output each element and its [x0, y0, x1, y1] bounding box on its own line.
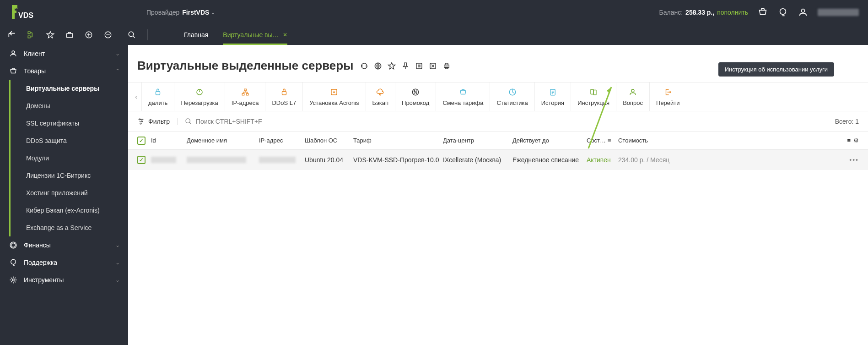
table-row[interactable]: ✓ Ubuntu 20.04 VDS-KVM-SSD-Прогрев-10.0 … [128, 150, 868, 170]
action-delete[interactable]: далить [142, 82, 174, 111]
sidebar-tools-label: Инструменты [24, 276, 115, 284]
action-reboot[interactable]: Перезагрузка [174, 82, 225, 111]
chevron-down-icon: ⌄ [115, 242, 120, 248]
th-cost[interactable]: Стоимость [618, 137, 836, 144]
th-id[interactable]: Id [151, 137, 187, 144]
th-check[interactable]: ✓ [137, 137, 151, 145]
svg-rect-26 [282, 91, 286, 95]
back-icon[interactable] [5, 27, 19, 42]
action-goto[interactable]: Перейти [650, 82, 686, 111]
action-ip[interactable]: IP-адреса [225, 82, 266, 111]
question-icon [629, 88, 637, 97]
action-backup[interactable]: Бэкап [366, 82, 395, 111]
action-acronis[interactable]: Установка Acronis [303, 82, 366, 111]
filter-label: Фильтр [148, 118, 170, 125]
sidebar-item-client[interactable]: Клиент ⌄ [0, 45, 128, 62]
action-ddos[interactable]: DDoS L7 [265, 82, 303, 111]
sidebar-item-finance[interactable]: Финансы ⌄ [0, 236, 128, 254]
th-os[interactable]: Шаблон ОС [305, 137, 353, 144]
row-check-icon[interactable]: ✓ [137, 156, 146, 164]
tab-close-icon[interactable]: ✕ [283, 32, 287, 38]
th-dc[interactable]: Дата-центр [443, 137, 512, 144]
globe-icon[interactable] [373, 61, 383, 71]
row-menu-icon[interactable]: ••• [849, 156, 859, 164]
action-ip-label: IP-адреса [232, 99, 259, 106]
sidebar-sub-domains[interactable]: Домены [20, 97, 128, 115]
action-stats[interactable]: Статистика [490, 82, 534, 111]
chevron-down-icon[interactable]: ⌄ [211, 10, 215, 16]
action-question[interactable]: Вопрос [616, 82, 650, 111]
star-icon[interactable] [43, 27, 58, 42]
sidebar-sub-exchange[interactable]: Exchange as a Service [20, 219, 128, 236]
filter-button[interactable]: Фильтр [137, 118, 178, 125]
history-icon [549, 88, 557, 97]
action-bar: ‹ далить Перезагрузка IP-адреса DDoS L7 … [128, 82, 868, 111]
tab-main[interactable]: Главная [177, 25, 216, 45]
th-tariff[interactable]: Тариф [353, 137, 443, 144]
sidebar-sub-ddos[interactable]: DDoS защита [20, 132, 128, 149]
cloud-icon [376, 88, 385, 97]
minus-icon[interactable] [101, 27, 115, 42]
star-outline-icon[interactable] [387, 61, 396, 71]
arrow-annotation [587, 82, 615, 150]
page-title: Виртуальные выделенные серверы [137, 59, 353, 73]
sidebar-goods-submenu: Виртуальные серверы Домены SSL сертифика… [9, 80, 128, 236]
total-label: Всего: 1 [835, 118, 859, 125]
sidebar-item-goods[interactable]: Товары ⌃ [0, 62, 128, 80]
scroll-left-icon[interactable]: ‹ [131, 82, 142, 111]
svg-point-40 [141, 120, 143, 122]
action-backup-label: Бэкап [372, 99, 388, 106]
user-icon[interactable] [798, 7, 809, 18]
svg-rect-24 [242, 93, 244, 95]
sidebar-sub-backup[interactable]: Кибер Бэкап (ex-Acronis) [20, 202, 128, 219]
sidebar-item-support[interactable]: Поддержка ⌄ [0, 254, 128, 271]
pin-icon[interactable] [401, 61, 410, 71]
th-expires[interactable]: Действует до [512, 137, 587, 144]
settings-icon[interactable]: ⚙ [853, 137, 859, 144]
action-history[interactable]: История [535, 82, 571, 111]
th-ip[interactable]: IP-адрес [259, 137, 305, 144]
svg-rect-4 [28, 32, 30, 34]
logo[interactable]: stVDS [9, 4, 37, 21]
svg-point-36 [631, 89, 634, 92]
row-tariff: VDS-KVM-SSD-Прогрев-10.0 [353, 156, 443, 164]
action-promo-label: Промокод [402, 99, 429, 106]
action-question-label: Вопрос [623, 99, 643, 106]
action-promo[interactable]: Промокод [395, 82, 436, 111]
search-icon[interactable] [124, 27, 139, 42]
export-icon[interactable] [428, 61, 437, 71]
basket-change-icon [459, 88, 467, 97]
sidebar-item-tools[interactable]: Инструменты ⌄ [0, 271, 128, 289]
sidebar-sub-modules[interactable]: Модули [20, 149, 128, 167]
menu-icon[interactable]: ≡ [847, 137, 851, 144]
balance-topup-link[interactable]: пополнить [717, 9, 748, 16]
chevron-down-icon: ⌄ [115, 259, 120, 266]
tooltip: Инструкция об использовании услуги [718, 62, 834, 77]
search-input[interactable] [196, 118, 835, 125]
row-id-blur [151, 157, 176, 163]
briefcase-icon[interactable] [62, 27, 77, 42]
sidebar-sub-vds[interactable]: Виртуальные серверы [20, 80, 128, 97]
refresh-icon[interactable] [360, 61, 369, 71]
th-domain[interactable]: Доменное имя [187, 137, 259, 144]
person-icon [8, 49, 18, 59]
tab-vds[interactable]: Виртуальные вы… ✕ [216, 25, 294, 45]
tree-icon[interactable] [24, 27, 38, 42]
cart-icon[interactable] [757, 7, 768, 18]
plus-icon[interactable] [81, 27, 96, 42]
print-icon[interactable] [442, 61, 451, 71]
row-ip-blur [259, 157, 296, 163]
support-icon[interactable] [777, 7, 788, 18]
action-stats-label: Статистика [496, 99, 528, 106]
sidebar-sub-hosting[interactable]: Хостинг приложений [20, 184, 128, 202]
username[interactable] [818, 9, 859, 16]
sidebar-sub-bitrix[interactable]: Лицензии 1С-Битрикс [20, 167, 128, 184]
svg-rect-25 [246, 93, 248, 95]
sidebar-sub-ssl[interactable]: SSL сертификаты [20, 115, 128, 132]
svg-point-9 [129, 32, 134, 37]
action-tariff[interactable]: Смена тарифа [436, 82, 490, 111]
tab-main-label: Главная [184, 31, 208, 38]
list-icon[interactable] [415, 61, 424, 71]
svg-line-37 [588, 87, 611, 148]
row-cost: 234.00 р. / Месяц [618, 156, 836, 164]
